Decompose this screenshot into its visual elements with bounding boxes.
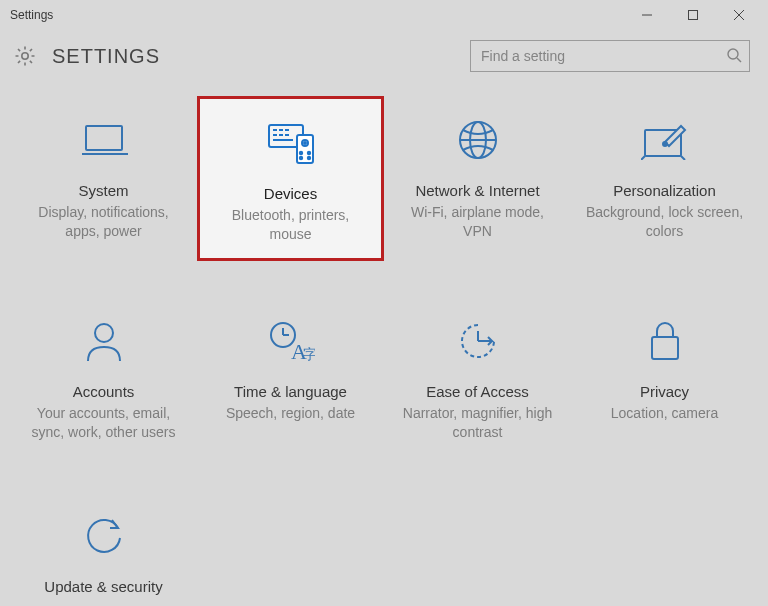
header-row: SETTINGS bbox=[0, 30, 768, 86]
tile-subtitle: Bluetooth, printers, mouse bbox=[210, 206, 371, 244]
tile-ease-of-access[interactable]: Ease of Access Narrator, magnifier, high… bbox=[384, 297, 571, 456]
privacy-icon bbox=[637, 313, 693, 369]
svg-point-4 bbox=[22, 53, 28, 59]
tile-subtitle: Background, lock screen, colors bbox=[581, 203, 748, 241]
svg-point-23 bbox=[307, 157, 309, 159]
svg-line-29 bbox=[681, 156, 685, 160]
time-language-icon: A字 bbox=[263, 313, 319, 369]
titlebar: Settings bbox=[0, 0, 768, 30]
search-input[interactable] bbox=[470, 40, 750, 72]
tile-title: Accounts bbox=[73, 383, 135, 400]
svg-point-22 bbox=[299, 157, 301, 159]
tile-subtitle: Speech, region, date bbox=[222, 404, 359, 423]
svg-line-6 bbox=[737, 58, 741, 62]
devices-icon bbox=[263, 115, 319, 171]
tile-title: Devices bbox=[264, 185, 317, 202]
svg-rect-38 bbox=[652, 337, 678, 359]
gear-icon bbox=[12, 43, 38, 69]
close-icon bbox=[734, 10, 744, 20]
tile-title: Privacy bbox=[640, 383, 689, 400]
maximize-button[interactable] bbox=[670, 0, 716, 30]
maximize-icon bbox=[688, 10, 698, 20]
tile-update-security[interactable]: Update & security bbox=[10, 492, 197, 606]
svg-point-5 bbox=[728, 49, 738, 59]
svg-text:字: 字 bbox=[303, 346, 315, 362]
tile-privacy[interactable]: Privacy Location, camera bbox=[571, 297, 758, 456]
tile-subtitle: Narrator, magnifier, high contrast bbox=[394, 404, 561, 442]
tile-subtitle: Display, notifications, apps, power bbox=[20, 203, 187, 241]
tile-title: Ease of Access bbox=[426, 383, 529, 400]
ease-of-access-icon bbox=[450, 313, 506, 369]
settings-grid: System Display, notifications, apps, pow… bbox=[0, 86, 768, 606]
svg-rect-1 bbox=[689, 11, 698, 20]
tile-personalization[interactable]: Personalization Background, lock screen,… bbox=[571, 96, 758, 261]
tile-title: Personalization bbox=[613, 182, 716, 199]
update-icon bbox=[76, 508, 132, 564]
minimize-icon bbox=[642, 10, 652, 20]
tile-title: Network & Internet bbox=[415, 182, 539, 199]
svg-point-21 bbox=[307, 152, 309, 154]
svg-rect-7 bbox=[86, 126, 122, 150]
tile-devices[interactable]: Devices Bluetooth, printers, mouse bbox=[197, 96, 384, 261]
accounts-icon bbox=[76, 313, 132, 369]
network-icon bbox=[450, 112, 506, 168]
page-title: SETTINGS bbox=[52, 45, 160, 68]
tile-title: Time & language bbox=[234, 383, 347, 400]
tile-time-language[interactable]: A字 Time & language Speech, region, date bbox=[197, 297, 384, 456]
system-icon bbox=[76, 112, 132, 168]
close-button[interactable] bbox=[716, 0, 762, 30]
personalization-icon bbox=[637, 112, 693, 168]
svg-point-19 bbox=[304, 142, 306, 144]
svg-point-20 bbox=[299, 152, 301, 154]
tile-title: Update & security bbox=[44, 578, 162, 595]
tile-subtitle: Your accounts, email, sync, work, other … bbox=[20, 404, 187, 442]
minimize-button[interactable] bbox=[624, 0, 670, 30]
svg-point-30 bbox=[663, 142, 667, 146]
tile-accounts[interactable]: Accounts Your accounts, email, sync, wor… bbox=[10, 297, 197, 456]
search-icon bbox=[726, 47, 742, 67]
tile-subtitle: Location, camera bbox=[607, 404, 722, 423]
svg-line-28 bbox=[641, 156, 645, 160]
svg-point-31 bbox=[95, 324, 113, 342]
tile-network[interactable]: Network & Internet Wi-Fi, airplane mode,… bbox=[384, 96, 571, 261]
tile-subtitle: Wi-Fi, airplane mode, VPN bbox=[394, 203, 561, 241]
tile-title: System bbox=[78, 182, 128, 199]
window-title: Settings bbox=[10, 8, 624, 22]
tile-system[interactable]: System Display, notifications, apps, pow… bbox=[10, 96, 197, 261]
